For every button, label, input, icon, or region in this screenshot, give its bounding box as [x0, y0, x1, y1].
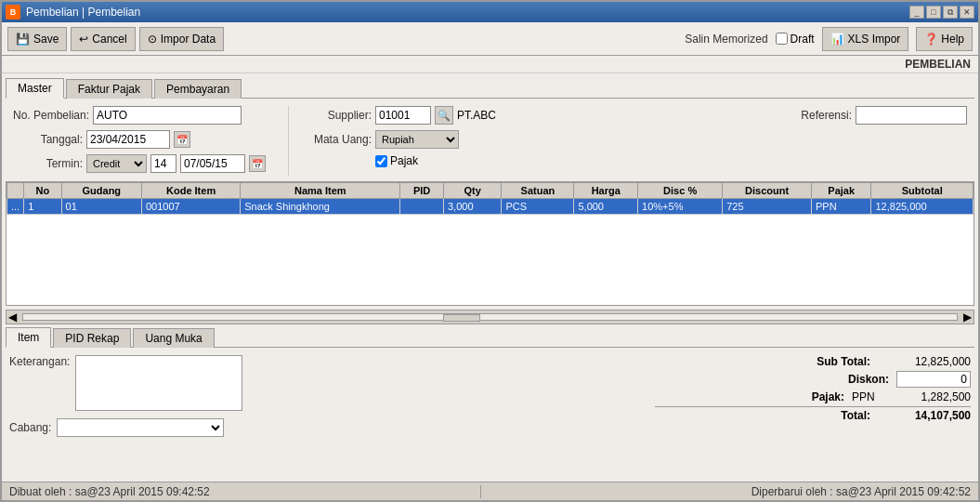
tab-faktur[interactable]: Faktur Pajak: [66, 79, 152, 99]
total-value: 14,107,500: [878, 409, 971, 422]
toolbar: 💾 Save ↩ Cancel ⊙ Impor Data Salin Memor…: [2, 22, 978, 56]
cancel-button[interactable]: ↩ Cancel: [71, 27, 135, 51]
scroll-track[interactable]: [22, 313, 958, 321]
import-button[interactable]: ⊙ Impor Data: [139, 27, 224, 51]
draft-checkbox-label[interactable]: Draft: [776, 33, 815, 46]
cell-disc-pct: 10%+5%: [638, 199, 723, 215]
import-icon: ⊙: [148, 33, 157, 46]
minimize-btn[interactable]: _: [909, 6, 924, 19]
tab-pembayaran[interactable]: Pembayaran: [154, 79, 242, 99]
termin-type-select[interactable]: Credit: [86, 154, 147, 173]
sub-total-value: 12,825,000: [878, 355, 971, 368]
salin-label[interactable]: Salin Memorized: [685, 33, 767, 46]
no-pembelian-label: No. Pembelian:: [13, 109, 89, 122]
supplier-code-input[interactable]: [375, 106, 431, 125]
xls-icon: 📊: [830, 33, 844, 46]
no-pembelian-input[interactable]: AUTO: [93, 106, 242, 125]
close-btn[interactable]: ✕: [960, 6, 974, 19]
cabang-label: Cabang:: [9, 421, 51, 434]
pajak-value: 1,282,500: [896, 390, 971, 403]
pajak-checkbox-label[interactable]: Pajak: [375, 154, 418, 167]
table-row[interactable]: ... 1 01 001007 Snack Shingkhong 3,000 P…: [7, 199, 973, 215]
section-title-bar: PEMBELIAN: [2, 56, 978, 73]
title-bar: B Pembelian | Pembelian _ □ ⧉ ✕: [2, 2, 978, 22]
termin-date-input[interactable]: [180, 154, 245, 173]
diskon-input[interactable]: [896, 371, 971, 388]
xls-button[interactable]: 📊 XLS Impor: [822, 27, 909, 51]
cell-kode-item: 001007: [141, 199, 240, 215]
tanggal-input[interactable]: [86, 130, 170, 149]
scroll-right-btn[interactable]: ▶: [961, 310, 973, 324]
col-indicator: [7, 183, 24, 199]
col-pid: PID: [400, 183, 444, 199]
mata-uang-select[interactable]: Rupiah: [375, 130, 459, 149]
sub-total-label: Sub Total:: [796, 355, 870, 368]
referensi-input[interactable]: [856, 106, 967, 125]
bottom-tab-pid[interactable]: PID Rekap: [53, 328, 131, 348]
col-harga: Harga: [574, 183, 638, 199]
supplier-label: Supplier:: [311, 109, 372, 122]
cell-no: 1: [24, 199, 61, 215]
bottom-tab-item[interactable]: Item: [6, 327, 51, 348]
help-icon: ❓: [924, 33, 938, 46]
cell-qty: 3,000: [444, 199, 502, 215]
pajak-checkbox[interactable]: [375, 155, 387, 167]
scrollbar[interactable]: ◀ ▶: [6, 310, 974, 324]
row-indicator: ...: [7, 199, 24, 215]
save-button[interactable]: 💾 Save: [7, 27, 67, 51]
main-content: Master Faktur Pajak Pembayaran No. Pembe…: [2, 73, 978, 482]
restore-btn[interactable]: □: [926, 6, 941, 19]
bottom-tab-uang-muka[interactable]: Uang Muka: [133, 328, 214, 348]
col-satuan: Satuan: [502, 183, 574, 199]
cell-discount: 725: [723, 199, 812, 215]
items-table: No Gudang Kode Item Nama Item PID Qty Sa…: [7, 182, 973, 215]
keterangan-textarea[interactable]: [75, 355, 242, 411]
col-kode-item: Kode Item: [141, 183, 240, 199]
cabang-select[interactable]: [57, 418, 224, 437]
termin-label: Termin:: [13, 157, 83, 170]
cancel-icon: ↩: [79, 33, 88, 46]
total-label: Total:: [796, 409, 870, 422]
scroll-left-btn[interactable]: ◀: [7, 310, 19, 324]
cell-pid: [400, 199, 444, 215]
col-no: No: [24, 183, 61, 199]
diskon-label: Diskon:: [815, 373, 889, 386]
draft-checkbox[interactable]: [776, 33, 788, 45]
window-controls: _ □ ⧉ ✕: [909, 6, 974, 19]
top-tabs: Master Faktur Pajak Pembayaran: [6, 77, 974, 99]
cell-gudang: 01: [61, 199, 141, 215]
scroll-thumb[interactable]: [443, 314, 480, 322]
created-text: Dibuat oleh : sa@23 April 2015 09:42:52: [9, 485, 210, 498]
termin-days-input[interactable]: [150, 154, 176, 173]
maximize-btn[interactable]: ⧉: [943, 6, 958, 19]
table-wrapper: No Gudang Kode Item Nama Item PID Qty Sa…: [6, 181, 974, 306]
referensi-label: Referensi:: [801, 109, 852, 122]
calendar-button[interactable]: 📅: [174, 131, 190, 148]
supplier-search-button[interactable]: 🔍: [435, 106, 453, 125]
keterangan-label: Keterangan:: [9, 355, 70, 368]
bottom-tabs: Item PID Rekap Uang Muka: [6, 326, 974, 348]
help-button[interactable]: ❓ Help: [916, 27, 973, 51]
pajak-label: Pajak: [390, 154, 418, 167]
supplier-name-text: PT.ABC: [457, 109, 496, 122]
tanggal-label: Tanggal:: [13, 133, 83, 146]
col-gudang: Gudang: [61, 183, 141, 199]
main-window: B Pembelian | Pembelian _ □ ⧉ ✕ 💾 Save ↩…: [0, 0, 980, 502]
col-qty: Qty: [444, 183, 502, 199]
cell-pajak: PPN: [811, 199, 870, 215]
pajak-row: Pajak: PPN 1,282,500: [655, 390, 971, 403]
form-area: No. Pembelian: AUTO Tanggal: 📅 Termin: C…: [6, 102, 974, 179]
termin-calendar-button[interactable]: 📅: [249, 155, 266, 172]
cabang-row: Cabang:: [9, 418, 647, 437]
cell-harga: 5,000: [574, 199, 638, 215]
window-title: Pembelian | Pembelian: [26, 6, 140, 19]
col-disc-pct: Disc %: [638, 183, 723, 199]
col-subtotal: Subtotal: [871, 183, 973, 199]
toolbar-right: Salin Memorized Draft 📊 XLS Impor ❓ Help: [685, 27, 973, 51]
tab-master[interactable]: Master: [6, 78, 64, 99]
total-row: Total: 14,107,500: [655, 406, 971, 422]
section-title: PEMBELIAN: [905, 58, 971, 71]
status-bar: Dibuat oleh : sa@23 April 2015 09:42:52 …: [2, 482, 978, 500]
mata-uang-label: Mata Uang:: [311, 133, 372, 146]
pajak-total-label: Pajak:: [770, 390, 844, 403]
